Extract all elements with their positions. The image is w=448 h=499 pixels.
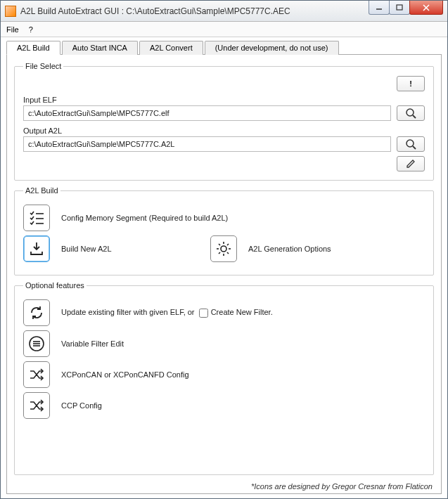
variable-filter-edit-button[interactable] [23,330,50,357]
checklist-icon [28,209,45,226]
label-input-elf: Input ELF [23,96,425,104]
search-icon [405,138,416,150]
window-controls [369,1,447,15]
menubar: File ? [1,22,447,37]
refresh-icon [28,304,45,321]
config-memory-segment-button[interactable] [23,205,50,231]
app-icon [5,6,16,17]
tab-auto-start-inca[interactable]: Auto Start INCA [62,41,138,55]
client-area: A2L Build Auto Start INCA A2L Convert (U… [1,37,447,498]
download-icon [28,240,45,257]
list-circle-icon [28,335,45,352]
label-a2l-generation-options: A2L Generation Options [248,245,331,253]
group-a2l-build: A2L Build Config Memory Segment (Require… [14,186,434,276]
exclamation-icon: ! [409,79,412,88]
legend-optional-features: Optional features [23,281,87,290]
svg-point-6 [407,140,414,147]
create-new-filter-checkbox[interactable] [199,309,208,318]
label-variable-filter-edit: Variable Filter Edit [61,339,124,348]
tab-under-development[interactable]: (Under development, do not use) [205,41,339,55]
shuffle-icon [28,397,45,414]
ccp-config-button[interactable] [23,392,50,419]
a2l-generation-options-button[interactable] [210,235,237,262]
menu-file[interactable]: File [6,25,19,34]
label-config-memory-segment: Config Memory Segment (Required to build… [61,214,228,222]
legend-a2l-build: A2L Build [23,186,60,195]
svg-rect-1 [397,5,402,10]
window-title: A2L Build AutoExtract GUI : C:\AutoExtra… [20,6,369,16]
tab-a2l-build[interactable]: A2L Build [6,41,60,55]
label-output-a2l: Output A2L [23,127,425,135]
label-create-new-filter: Create New Filter. [211,308,273,316]
label-ccp-config: CCP Config [61,401,102,410]
xcp-config-button[interactable] [23,361,50,388]
svg-line-7 [413,146,416,149]
warning-button[interactable]: ! [397,76,425,91]
minimize-button[interactable] [369,1,390,15]
shuffle-icon [28,366,45,383]
svg-line-19 [219,252,220,254]
label-update-filter: Update existing filter with given ELF, o… [61,308,273,318]
footer-credits: *Icons are designed by Gregor Cresnar fr… [14,481,434,491]
tab-a2l-convert[interactable]: A2L Convert [139,41,203,55]
browse-input-elf-button[interactable] [397,105,425,121]
maximize-icon [396,4,403,11]
group-file-select: File Select ! Input ELF Output A2L [14,62,434,181]
label-xcp-config: XCPonCAN or XCPonCANFD Config [61,370,189,379]
svg-point-4 [407,109,414,116]
legend-file-select: File Select [23,62,63,70]
search-icon [405,108,416,119]
titlebar: A2L Build AutoExtract GUI : C:\AutoExtra… [1,1,447,22]
close-icon [422,4,430,12]
svg-line-17 [227,252,229,254]
svg-line-16 [219,244,220,245]
pencil-icon [405,158,416,169]
svg-point-11 [221,246,226,252]
update-filter-button[interactable] [23,299,50,326]
label-build-new-a2l: Build New A2L [61,245,174,253]
group-optional-features: Optional features Update existing filter… [14,281,434,475]
input-elf-field[interactable] [23,105,391,121]
app-window: A2L Build AutoExtract GUI : C:\AutoExtra… [0,0,448,499]
label-update-filter-prefix: Update existing filter with given ELF, o… [61,308,195,316]
minimize-icon [376,4,383,11]
output-a2l-field[interactable] [23,136,391,152]
browse-output-a2l-button[interactable] [397,136,425,152]
build-new-a2l-button[interactable] [23,235,50,262]
svg-line-5 [413,115,416,118]
menu-help[interactable]: ? [29,25,33,34]
tab-strip: A2L Build Auto Start INCA A2L Convert (U… [6,41,442,55]
gear-icon [215,240,232,257]
close-button[interactable] [409,1,443,15]
tab-body: File Select ! Input ELF Output A2L [6,54,442,494]
svg-line-18 [227,244,229,245]
maximize-button[interactable] [389,1,410,15]
edit-output-button[interactable] [397,156,425,171]
